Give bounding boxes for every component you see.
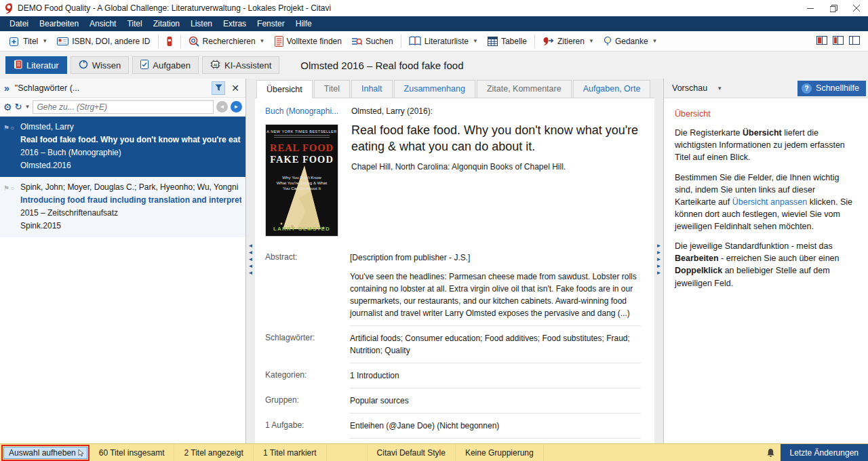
menu-zitation[interactable]: Zitation — [148, 16, 185, 31]
table-button[interactable]: Tabelle — [483, 35, 532, 48]
item-meta: 2016 – Buch (Monographie) — [20, 146, 241, 159]
isbn-lookup-button[interactable]: ISBN, DOI, andere ID — [52, 35, 155, 48]
help-panel-header: Vorschau ▼ ? Schnellhilfe — [664, 79, 868, 98]
right-splitter[interactable]: ►►►►► — [654, 79, 663, 443]
status-shown-titles[interactable]: 2 Titel angezeigt — [174, 444, 253, 461]
list-item[interactable]: ⚑○ Spink, John; Moyer, Douglas C.; Park,… — [0, 177, 245, 237]
picker-icon — [166, 36, 173, 47]
sync-icon[interactable]: ↻ — [15, 102, 22, 112]
cheese-wedge-image — [279, 164, 326, 232]
minimize-button[interactable] — [799, 1, 822, 16]
item-meta: 2015 – Zeitschriftenaufsatz — [20, 207, 241, 220]
tab-uebersicht[interactable]: Übersicht — [256, 80, 313, 98]
preview-dropdown[interactable]: Vorschau — [672, 83, 707, 93]
collapse-right-icon[interactable]: ►►►►► — [656, 243, 662, 276]
chevron-down-icon: ▼ — [42, 38, 47, 44]
categories-field[interactable]: Kategorien: 1 Introduction — [265, 369, 641, 382]
left-splitter[interactable]: ◄◄◄◄◄ — [246, 79, 255, 443]
clear-selection-button[interactable]: Auswahl aufheben — [3, 447, 87, 459]
workspace-bar: Literatur Wissen Aufgaben AI KI-Assisten… — [0, 52, 868, 79]
cover-subtitle-1: Why You Don't Know — [266, 175, 338, 180]
circle-icon: ○ — [10, 124, 15, 132]
menu-extras[interactable]: Extras — [218, 16, 252, 31]
layout-left-pane-icon[interactable] — [816, 36, 827, 47]
tab-zusammenhang[interactable]: Zusammenhang — [394, 80, 475, 98]
goto-input[interactable] — [33, 100, 214, 114]
tab-literatur[interactable]: Literatur — [5, 56, 67, 74]
reference-publisher: Chapel Hill, North Carolina: Algonquin B… — [351, 162, 641, 172]
tasks-icon — [140, 60, 149, 71]
thought-button[interactable]: Gedanke▼ — [599, 34, 663, 49]
field-label: 1 Aufgabe: — [265, 420, 350, 432]
tab-aufgaben[interactable]: Aufgaben — [132, 56, 199, 74]
menu-hilfe[interactable]: Hilfe — [290, 16, 317, 31]
last-changes-button[interactable]: Letzte Änderungen — [781, 444, 868, 461]
close-filter-icon[interactable]: ✕ — [229, 83, 241, 94]
chevron-down-icon: ▼ — [652, 38, 658, 44]
item-title: Introducing food fraud including transla… — [20, 194, 241, 207]
find-fulltext-button[interactable]: Volltexte finden — [270, 34, 347, 49]
reference-type-link[interactable]: Buch (Monographi... — [265, 106, 341, 116]
item-citation-key: Olmsted.2016 — [20, 159, 241, 172]
gear-icon[interactable]: ⚙ — [3, 102, 12, 113]
add-title-button[interactable]: Titel▼ — [4, 34, 52, 49]
menu-fenster[interactable]: Fenster — [252, 16, 290, 31]
groups-field[interactable]: Gruppen: Popular sources — [265, 395, 641, 407]
help-link[interactable]: Übersicht anpassen — [732, 197, 807, 207]
forward-icon[interactable]: ► — [231, 101, 242, 113]
abstract-field[interactable]: Abstract: [Description from publisher - … — [265, 252, 641, 319]
help-heading: Übersicht — [675, 108, 857, 120]
cite-button[interactable]: Zitieren▼ — [538, 35, 599, 48]
task-field[interactable]: 1 Aufgabe: Entleihen (@Jane Doe) (Nicht … — [265, 420, 641, 432]
tab-wissen[interactable]: Wissen — [71, 56, 130, 74]
tab-aufgaben-orte[interactable]: Aufgaben, Orte — [573, 80, 651, 98]
tab-ki-assistent[interactable]: AI KI-Assistent — [202, 56, 279, 74]
tab-inhalt[interactable]: Inhalt — [351, 80, 393, 98]
expand-panel-icon[interactable]: » — [4, 83, 9, 94]
layout-center-pane-icon[interactable] — [833, 36, 844, 47]
chevron-down-icon[interactable]: ▼ — [717, 85, 797, 92]
categories-value: 1 Introduction — [350, 369, 641, 382]
menu-ansicht[interactable]: Ansicht — [84, 16, 121, 31]
filter-icon — [215, 84, 222, 92]
picker-button[interactable] — [161, 34, 178, 49]
table-icon — [488, 37, 498, 46]
book-cover[interactable]: A NEW YORK TIMES BESTSELLER REAL FOOD FA… — [265, 124, 338, 237]
literature-icon — [14, 60, 22, 71]
menu-datei[interactable]: Datei — [4, 16, 34, 31]
menu-bearbeiten[interactable]: Bearbeiten — [34, 16, 84, 31]
keywords-field[interactable]: Schlagwörter: Artificial foods; Consumer… — [265, 332, 641, 357]
cover-title-1: REAL FOOD — [266, 142, 338, 154]
reference-list-button[interactable]: Literaturliste▼ — [404, 34, 483, 48]
filter-button[interactable] — [212, 81, 225, 95]
status-total-titles[interactable]: 60 Titel insgesamt — [90, 444, 175, 461]
cursor-icon — [78, 449, 84, 457]
status-marked-titles[interactable]: 1 Titel markiert — [254, 444, 327, 461]
add-title-icon — [9, 36, 20, 47]
chevron-down-icon[interactable]: ▼ — [24, 104, 30, 110]
tab-titel[interactable]: Titel — [314, 80, 350, 98]
bell-icon[interactable] — [762, 448, 781, 458]
circle-icon: ○ — [10, 184, 15, 192]
cover-subtitle-2: What You're Eating & What — [266, 180, 338, 186]
chevron-down-icon: ▼ — [260, 38, 265, 44]
cover-tagline: A NEW YORK TIMES BESTSELLER — [266, 129, 338, 134]
search-button[interactable]: Suchen — [347, 35, 398, 48]
status-citation-style[interactable]: Citavi Default Style — [368, 444, 456, 461]
quick-help-button[interactable]: ? Schnellhilfe — [797, 81, 866, 96]
layout-right-pane-icon[interactable] — [849, 36, 860, 47]
quick-help-content: Übersicht Die Registerkarte Übersicht li… — [664, 98, 868, 443]
status-grouping[interactable]: Keine Gruppierung — [456, 444, 544, 461]
list-item[interactable]: ⚑○ Olmsted, Larry Real food fake food. W… — [0, 117, 245, 177]
menu-titel[interactable]: Titel — [121, 16, 147, 31]
tab-zitate-kommentare[interactable]: Zitate, Kommentare — [477, 80, 572, 98]
cover-subtitle-3: You Can Do About It — [266, 186, 338, 191]
item-authors: Olmsted, Larry — [20, 121, 241, 134]
menu-listen[interactable]: Listen — [185, 16, 218, 31]
research-button[interactable]: Recherchieren▼ — [184, 34, 270, 49]
collapse-left-icon[interactable]: ◄◄◄◄◄ — [248, 243, 254, 276]
restore-button[interactable] — [822, 1, 845, 16]
back-icon[interactable]: ◄ — [216, 101, 228, 113]
close-button[interactable] — [845, 1, 868, 16]
reference-title[interactable]: Real food fake food. Why you don't know … — [351, 122, 641, 155]
